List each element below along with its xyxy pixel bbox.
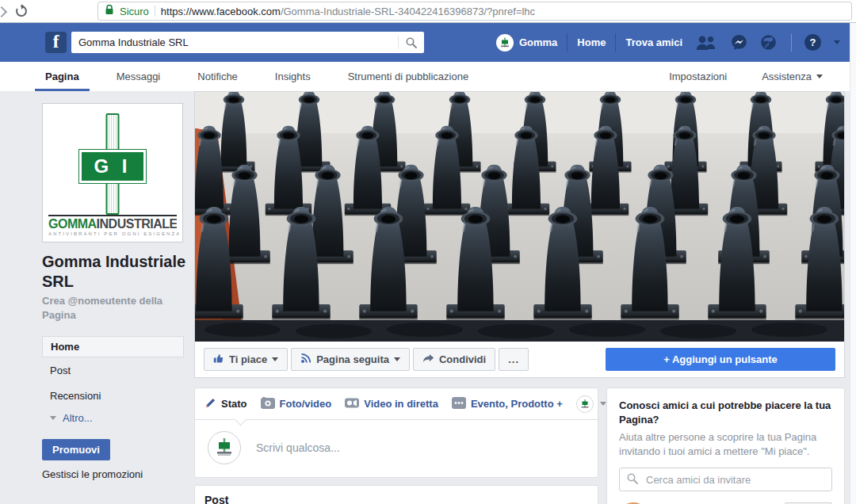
notifications-globe-icon[interactable]	[760, 34, 777, 51]
tab-notifiche[interactable]: Notifiche	[197, 62, 238, 91]
invite-card-description: Aiuta altre persone a scoprire la tua Pa…	[619, 430, 832, 459]
sidebar-item-post[interactable]: Post	[50, 365, 71, 376]
profile-picture[interactable]: G I GOMMAINDUSTRIALE ANTIVIBRANTI PER OG…	[42, 103, 183, 242]
search-input[interactable]	[71, 36, 398, 48]
more-squares-icon	[452, 397, 466, 411]
page-scrollbar[interactable]	[850, 23, 856, 504]
profile-menu-item[interactable]: Gomma	[496, 34, 557, 52]
messenger-icon[interactable]	[731, 34, 747, 51]
search-icon[interactable]	[399, 32, 424, 53]
forward-icon[interactable]	[0, 6, 7, 17]
composer-input-area[interactable]: Scrivi qualcosa...	[195, 420, 598, 475]
share-label: Condividi	[439, 353, 486, 365]
composer-tabs: Stato Foto/video Video in diretta Evento…	[195, 388, 598, 420]
chevron-down-icon	[394, 357, 400, 361]
logo-wordmark-dark: INDUSTRIALE	[97, 217, 177, 231]
composer-photo-video-label: Foto/video	[280, 398, 332, 410]
page-avatar	[208, 431, 241, 464]
page-title: Gomma Industriale SRL	[42, 252, 194, 292]
divider	[567, 33, 567, 52]
facebook-search-box[interactable]	[71, 32, 424, 53]
divider	[791, 34, 792, 52]
promote-button[interactable]: Promuovi	[42, 439, 110, 460]
sidebar-item-reviews[interactable]: Recensioni	[50, 390, 101, 402]
post-composer: Stato Foto/video Video in diretta Evento…	[194, 388, 598, 478]
composer-tab-event-product[interactable]: Evento, Prodotto +	[452, 397, 563, 411]
find-friends-link[interactable]: Trova amici	[625, 36, 682, 48]
composer-event-product-label: Evento, Prodotto +	[471, 398, 563, 410]
profile-name-label: Gomma	[519, 36, 557, 48]
composer-tab-status[interactable]: Stato	[204, 397, 247, 411]
add-button-cta[interactable]: + Aggiungi un pulsante	[606, 348, 835, 371]
invite-search-box[interactable]	[619, 468, 832, 491]
more-dots-label: ...	[508, 353, 519, 365]
like-button[interactable]: Ti piace	[204, 348, 288, 371]
more-actions-button[interactable]: ...	[499, 348, 529, 371]
chevron-down-icon	[600, 402, 606, 406]
posts-section-title: Post	[204, 494, 588, 504]
composer-tab-live-video[interactable]: Video in diretta	[345, 397, 438, 411]
page-admin-tabbar: Pagina Messaggi Notifiche Insights Strum…	[0, 62, 850, 91]
invite-search-input[interactable]	[644, 473, 824, 487]
divider	[155, 6, 155, 17]
friend-requests-icon[interactable]	[695, 35, 718, 51]
facebook-header: f Gomma Home Trova amici	[0, 23, 850, 62]
create-username-link[interactable]: Crea @nomeutente della Pagina	[42, 294, 183, 322]
logo-initials: G I	[79, 150, 146, 183]
pencil-icon	[204, 397, 216, 411]
share-arrow-icon	[422, 353, 434, 366]
address-bar[interactable]: Sicuro https://www.facebook.com/Gomma-In…	[97, 2, 852, 21]
tab-publishing-tools[interactable]: Strumenti di pubblicazione	[348, 62, 468, 91]
tab-settings[interactable]: Impostazioni	[669, 62, 727, 91]
composer-live-video-label: Video in diretta	[364, 398, 438, 410]
chevron-down-icon	[50, 416, 56, 420]
invite-friends-card: Conosci amici a cui potrebbe piacere la …	[606, 388, 845, 504]
sidebar-item-more[interactable]: Altro...	[50, 412, 93, 424]
home-link[interactable]: Home	[577, 36, 606, 48]
share-button[interactable]: Condividi	[413, 348, 495, 371]
composer-mini-avatar	[576, 395, 594, 413]
profile-picture-logo: G I GOMMAINDUSTRIALE ANTIVIBRANTI PER OG…	[43, 104, 182, 242]
chevron-down-icon	[816, 74, 823, 78]
logo-tagline: ANTIVIBRANTI PER OGNI ESIGENZA	[48, 231, 179, 236]
profile-avatar	[496, 34, 514, 52]
invite-card-title: Conosci amici a cui potrebbe piacere la …	[619, 399, 832, 426]
tab-pagina[interactable]: Pagina	[45, 62, 79, 91]
facebook-logo[interactable]: f	[45, 32, 67, 53]
chevron-down-icon	[272, 357, 278, 361]
sidebar-more-label: Altro...	[63, 412, 93, 424]
thumbs-up-icon	[213, 353, 224, 366]
url-path: /Gomma-Industriale-SRL-340422416396873/?…	[281, 6, 535, 17]
tab-assistance[interactable]: Assistenza	[762, 62, 823, 91]
logo-wordmark: GOMMAINDUSTRIALE	[48, 215, 177, 231]
page-actions-row: Ti piace Pagina seguita Condividi ... + …	[195, 342, 844, 377]
tab-insights[interactable]: Insights	[275, 62, 311, 91]
composer-identity-switcher[interactable]	[576, 395, 606, 413]
tabbar-right: Impostazioni Assistenza	[634, 62, 850, 91]
reload-icon[interactable]	[14, 4, 29, 18]
composer-status-label: Stato	[221, 398, 247, 410]
header-nav: Gomma Home Trova amici ?	[496, 23, 840, 62]
like-label: Ti piace	[229, 353, 267, 365]
sidebar-item-home[interactable]: Home	[42, 336, 184, 357]
posts-section-card: Post	[194, 485, 598, 504]
divider	[615, 33, 616, 52]
account-menu-caret-icon[interactable]	[834, 40, 840, 44]
cover-card: Ti piace Pagina seguita Condividi ... + …	[194, 91, 845, 378]
lock-icon	[105, 4, 114, 18]
tab-messaggi[interactable]: Messaggi	[117, 62, 161, 91]
search-icon	[627, 473, 638, 487]
url-text: https://www.facebook.com/Gomma-Industria…	[161, 6, 535, 17]
following-button[interactable]: Pagina seguita	[291, 348, 410, 371]
manage-promotions-link[interactable]: Gestisci le promozioni	[42, 468, 143, 480]
video-camera-icon	[345, 397, 359, 411]
tab-assistance-label: Assistenza	[762, 62, 812, 91]
logo-wordmark-green: GOMMA	[48, 217, 97, 231]
composer-tab-photo-video[interactable]: Foto/video	[261, 397, 332, 411]
camera-icon	[261, 397, 275, 411]
following-broadcast-icon	[300, 353, 311, 366]
cover-photo[interactable]	[195, 92, 844, 342]
help-icon[interactable]: ?	[804, 34, 821, 51]
browser-toolbar: Sicuro https://www.facebook.com/Gomma-In…	[0, 0, 856, 23]
url-domain: https://www.facebook.com	[161, 6, 281, 17]
